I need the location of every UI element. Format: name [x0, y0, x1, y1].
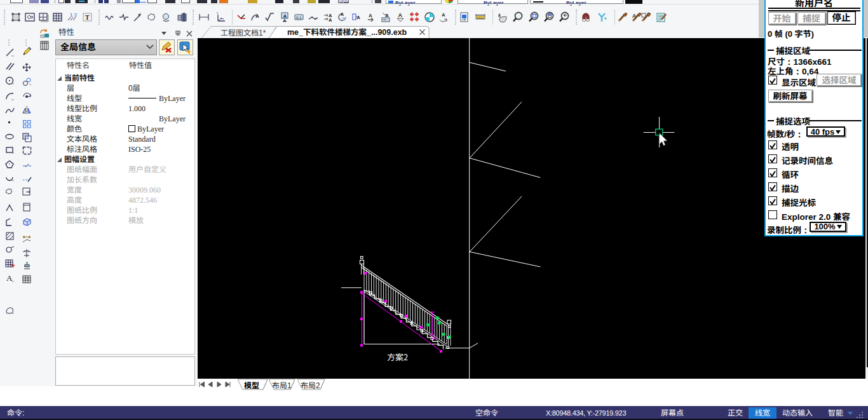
svg-text:0.1: 0.1 [296, 16, 302, 20]
svg-text:A: A [398, 12, 403, 18]
svg-text:A: A [341, 12, 344, 17]
svg-text:方案2: 方案2 [387, 351, 408, 363]
svg-text:A: A [283, 13, 287, 19]
svg-text:T: T [85, 14, 90, 21]
svg-text:1 2: 1 2 [70, 12, 78, 18]
svg-text:A: A [329, 17, 332, 23]
svg-text:A: A [255, 13, 259, 19]
svg-text:x: x [217, 11, 219, 15]
svg-text:A: A [6, 273, 13, 283]
svg-text:A: A [442, 12, 445, 18]
svg-text:A: A [369, 13, 372, 18]
svg-text:A: A [356, 15, 360, 20]
